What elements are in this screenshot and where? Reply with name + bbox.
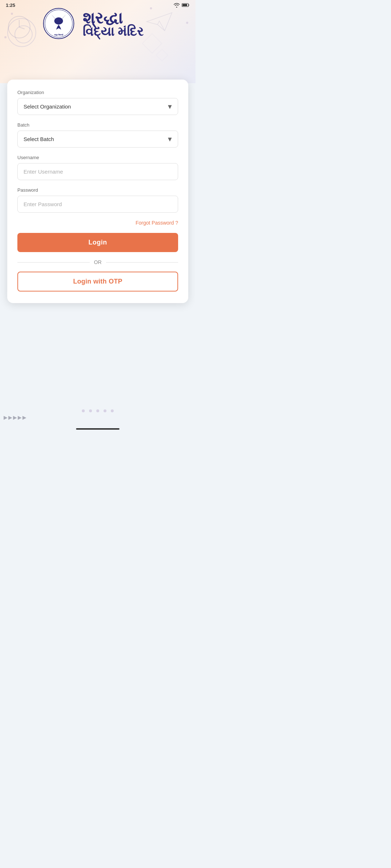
username-field-group: Username <box>17 155 178 180</box>
bottom-nav-bar <box>0 424 196 434</box>
organization-select[interactable]: Select Organization <box>17 98 178 115</box>
bottom-dot-1 <box>82 409 85 412</box>
svg-text:વિદ્યા મંદિર: વિદ્યા મંદિર <box>83 24 144 40</box>
login-button[interactable]: Login <box>17 233 178 252</box>
organization-label: Organization <box>17 90 178 95</box>
battery-icon <box>182 3 190 7</box>
bottom-dot-4 <box>104 409 106 412</box>
or-text: OR <box>94 259 102 265</box>
username-input[interactable] <box>17 163 178 180</box>
play-icon-3: ▶ <box>13 414 17 420</box>
password-label: Password <box>17 187 178 193</box>
organization-field-group: Organization Select Organization ▼ <box>17 90 178 115</box>
status-bar: 1:25 <box>0 0 196 10</box>
bottom-dot-2 <box>89 409 92 412</box>
login-card: Organization Select Organization ▼ Batch… <box>7 80 188 303</box>
wifi-icon <box>173 3 180 8</box>
batch-select-wrapper[interactable]: Select Batch ▼ <box>17 131 178 148</box>
or-line-right <box>106 262 178 263</box>
media-icons: ▶ ▶ ▶ ▶ ▶ <box>4 414 26 420</box>
deco-clock <box>7 14 32 40</box>
svg-point-7 <box>54 17 63 25</box>
logo-container: श्रद्धा विद्याभाई શ્રદ્ધા વિદ્યા મંદિર <box>42 7 153 40</box>
organization-select-wrapper[interactable]: Select Organization ▼ <box>17 98 178 115</box>
password-input[interactable] <box>17 196 178 213</box>
batch-label: Batch <box>17 122 178 128</box>
bottom-dot-3 <box>96 409 99 412</box>
play-icon-5: ▶ <box>22 414 26 420</box>
forgot-password-link[interactable]: Forgot Password ? <box>17 220 178 226</box>
batch-select[interactable]: Select Batch <box>17 131 178 148</box>
otp-login-button[interactable]: Login with OTP <box>17 272 178 292</box>
batch-field-group: Batch Select Batch ▼ <box>17 122 178 148</box>
or-line-left <box>17 262 90 263</box>
bottom-dots-decoration <box>0 409 196 412</box>
password-field-group: Password <box>17 187 178 213</box>
svg-text:श्रद्धा विद्याभाई: श्रद्धा विद्याभाई <box>54 34 63 36</box>
logo-text: શ્રદ્ધા વિદ્યા મંદિર <box>81 7 153 40</box>
bottom-dot-5 <box>111 409 114 412</box>
svg-line-4 <box>19 27 25 29</box>
play-icon-1: ▶ <box>4 414 8 420</box>
play-icon-4: ▶ <box>18 414 22 420</box>
svg-rect-1 <box>182 4 187 6</box>
status-icons <box>173 3 190 8</box>
home-indicator[interactable] <box>76 428 119 430</box>
play-icon-2: ▶ <box>8 414 12 420</box>
username-label: Username <box>17 155 178 160</box>
status-time: 1:25 <box>6 3 15 8</box>
or-divider: OR <box>17 259 178 265</box>
logo-emblem: श्रद्धा विद्याभाई <box>42 7 75 40</box>
